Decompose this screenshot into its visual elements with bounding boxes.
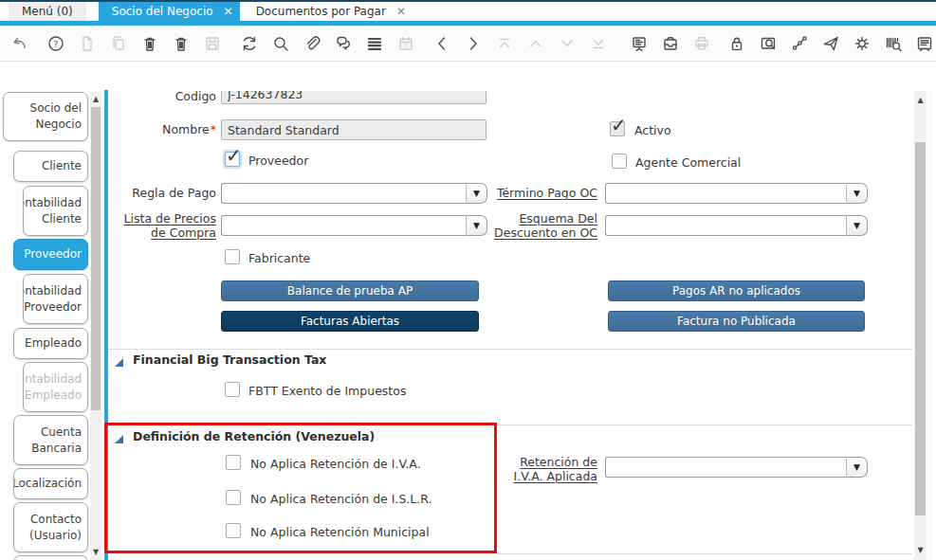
app-window: Menú (0) Socio del Negocio ✕ Documentos … [0,0,936,560]
sidebar-item-proveedor[interactable]: Proveedor [13,239,88,270]
sidebar-item-empleado[interactable]: Empleado [13,328,88,359]
fbtt-section-header[interactable]: Financial Big Transaction Tax [115,353,326,367]
delete-selection-icon[interactable] [172,34,191,53]
chevron-down-icon[interactable]: ▼ [467,183,487,204]
delete-record-icon[interactable] [140,34,159,53]
section-divider [108,349,912,350]
next-record-icon[interactable] [464,34,483,53]
regla-de-pago-label: Regla de Pago [108,186,216,200]
request-icon[interactable] [821,34,840,53]
regla-de-pago-dropdown: ▼ [221,183,487,204]
factura-no-publicada-button[interactable]: Factura no Publicada [608,311,865,332]
retencion-iva-aplicada-field[interactable] [605,457,847,478]
sidebar-item-cliente[interactable]: Cliente [13,151,88,182]
codigo-field[interactable] [221,91,486,104]
lock-icon[interactable] [727,34,746,53]
collapse-triangle-icon [115,435,123,443]
product-info-icon[interactable] [884,34,903,53]
chevron-down-icon[interactable]: ▼ [467,215,487,236]
detail-record-icon[interactable] [558,34,577,53]
fabricante-label: Fabricante [248,251,310,265]
chevron-down-icon[interactable]: ▼ [847,215,868,236]
termino-pago-oc-field[interactable] [605,183,847,204]
find-icon[interactable] [271,34,290,53]
close-icon[interactable]: ✕ [224,6,233,17]
scroll-up-icon[interactable]: ▲ [90,94,101,105]
tab-menu[interactable]: Menú (0) [9,2,86,21]
requery-icon[interactable] [240,34,259,53]
attachment-icon[interactable] [303,34,321,53]
zoom-across-icon[interactable] [759,34,778,53]
quick-form-icon[interactable] [915,34,934,53]
esquema-descuento-oc-field[interactable] [605,215,847,236]
content-scrollbar[interactable]: ▲ ▼ [914,91,927,560]
lista-precios-compra-dropdown: ▼ [221,215,487,236]
print-icon[interactable] [692,34,711,53]
toolbar: ? 31 [0,26,936,62]
lista-precios-compra-label[interactable]: Lista de Precios de Compra [108,211,216,240]
sidebar-item-partial[interactable] [13,555,88,560]
archive-icon[interactable] [661,34,680,53]
sidebar-item-contabilidad-proveedor[interactable]: Contabilidad Proveedor [23,274,88,324]
lista-precios-compra-field[interactable] [221,215,467,236]
balance-de-prueba-ap-button[interactable]: Balance de prueba AP [221,280,479,301]
chat-icon[interactable] [334,34,353,53]
close-icon[interactable]: ✕ [396,6,406,17]
termino-pago-oc-dropdown: ▼ [605,183,868,204]
sidebar-item-cuenta-bancaria[interactable]: Cuenta Bancaria [13,415,88,465]
help-icon[interactable]: ? [46,34,65,53]
new-record-icon[interactable] [78,34,97,53]
sidebar-item-socio-del-negocio[interactable]: Socio del Negocio [3,92,88,141]
fbtt-exento-checkbox[interactable] [225,382,240,397]
retencion-iva-aplicada-label[interactable]: Retención de I.V.A. Aplicada [487,455,597,483]
tab-socio-del-negocio[interactable]: Socio del Negocio ✕ [99,2,240,21]
sidebar-item-contabilidad-empleado: Contabilidad Empleado [23,362,88,412]
preference-icon[interactable] [853,34,872,53]
sidebar-item-contabilidad-cliente[interactable]: Contabilidad Cliente [23,186,88,236]
esquema-descuento-oc-dropdown: ▼ [605,215,868,236]
save-icon[interactable] [203,34,222,53]
report-icon[interactable] [630,34,649,53]
regla-de-pago-field[interactable] [221,183,467,204]
chevron-down-icon[interactable]: ▼ [847,183,868,204]
scroll-down-icon[interactable]: ▼ [914,545,927,556]
proveedor-label: Proveedor [248,154,308,168]
no-aplica-retencion-islr-checkbox[interactable] [226,490,241,505]
no-aplica-retencion-municipal-checkbox[interactable] [226,523,241,538]
retencion-section-header[interactable]: Definición de Retención (Venezuela) [115,430,375,443]
termino-pago-oc-label[interactable]: Término Pago OC [487,186,597,200]
sidebar-scrollbar-thumb[interactable] [91,107,101,410]
section-divider [108,425,912,425]
nombre-field[interactable] [221,119,486,140]
required-mark: * [211,122,216,136]
scroll-up-icon[interactable]: ▲ [914,95,927,106]
no-aplica-retencion-iva-checkbox[interactable] [226,455,241,470]
calendar-icon[interactable]: 31 [396,34,415,53]
activo-checkbox[interactable] [610,121,625,136]
sidebar-scrollbar[interactable]: ▲ ▼ [90,92,101,560]
scroll-down-icon[interactable]: ▼ [90,547,101,558]
proveedor-checkbox[interactable] [225,152,240,167]
content-scrollbar-thumb[interactable] [915,142,926,515]
section-divider [108,553,912,554]
codigo-label: Codigo [108,91,216,103]
last-record-icon[interactable] [589,34,608,53]
fabricante-checkbox[interactable] [225,249,240,264]
workflow-icon[interactable] [790,34,809,53]
copy-record-icon[interactable] [109,34,128,53]
esquema-descuento-oc-label[interactable]: Esquema Del Descuento en OC [487,211,597,240]
first-record-icon[interactable] [495,34,514,53]
sidebar-item-localizacion[interactable]: Localización [13,468,88,499]
previous-record-icon[interactable] [432,34,451,53]
parent-record-icon[interactable] [526,34,545,53]
pagos-ar-no-aplicados-button[interactable]: Pagos AR no aplicados [608,280,865,301]
facturas-abiertas-button[interactable]: Facturas Abiertas [221,311,479,332]
grid-toggle-icon[interactable] [365,34,384,53]
sidebar-item-contacto-usuario[interactable]: Contacto (Usuario) [13,502,88,552]
activo-label: Activo [634,123,671,137]
tab-documentos-por-pagar[interactable]: Documentos por Pagar ✕ [243,2,413,21]
fbtt-exento-label: FBTT Exento de Impuestos [248,384,406,398]
undo-icon[interactable] [9,34,28,53]
chevron-down-icon[interactable]: ▼ [847,457,868,478]
agente-comercial-checkbox[interactable] [612,154,627,169]
